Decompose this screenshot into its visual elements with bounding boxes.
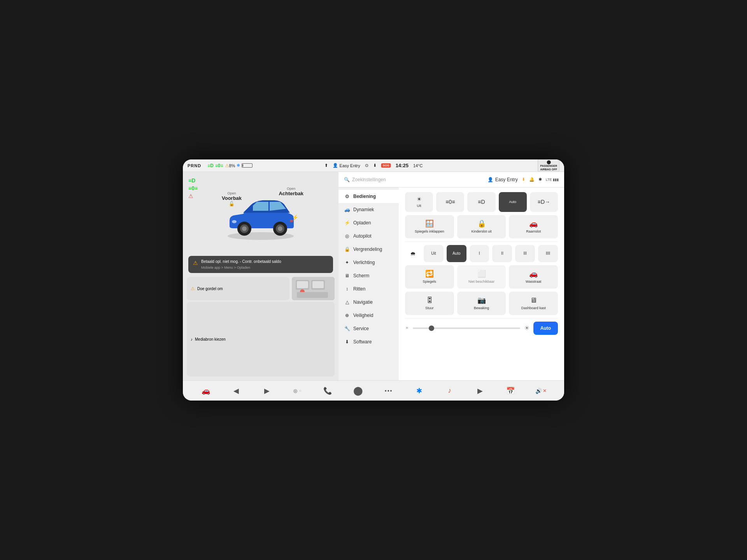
nav-item-verlichting[interactable]: ✦ Verlichting <box>338 256 399 269</box>
taskbar-forward[interactable]: ▶ <box>252 385 282 397</box>
windowlock-icon: 🚗 <box>529 219 538 228</box>
nav-item-veiligheid[interactable]: ⊕ Veiligheid <box>338 309 399 322</box>
taskbar-phone[interactable]: 📞 <box>312 385 343 397</box>
search-area[interactable]: 🔍 Zoekinstellingen <box>344 177 386 182</box>
media-sub-icons: ◎ ○ <box>293 388 301 394</box>
bewaking-btn[interactable]: 📷 Bewaking <box>457 292 506 315</box>
taskbar-calendar[interactable]: 📅 <box>495 385 526 397</box>
bewaking-label: Bewaking <box>474 306 489 310</box>
easy-entry-label: Easy Entry <box>340 163 360 168</box>
light-auto-btn[interactable]: Auto <box>499 192 527 212</box>
nav-item-ritten[interactable]: ↕ Ritten <box>338 282 399 296</box>
nav-item-bediening[interactable]: ⊙ Bediening <box>338 190 399 203</box>
nav-label-service: Service <box>353 326 369 331</box>
svg-rect-14 <box>312 281 324 288</box>
left-panel: ≡D ≡0≡ ⚠ Open Voorbak 🔓 Open Achterbak <box>183 172 338 380</box>
svg-rect-15 <box>297 292 328 298</box>
battery-fill <box>242 164 243 167</box>
taskbar-volume[interactable]: 🔊 ✕ <box>526 386 556 396</box>
taskbar-music[interactable]: ♪ <box>435 385 465 396</box>
wiper-1-btn[interactable]: I <box>470 245 489 262</box>
person-header-icon: 👤 <box>487 177 493 182</box>
wasstraat-btn[interactable]: 🚗 Wasstraat <box>509 265 558 289</box>
light-off-label: Uit <box>417 204 421 208</box>
drl-icon: ≡D <box>478 199 485 205</box>
airbag-label: PASSENGERAIRBAG OFF <box>540 164 557 171</box>
wiper-4-btn[interactable]: IIII <box>538 245 558 262</box>
wiper-auto-label: Auto <box>452 251 461 256</box>
childlock-btn[interactable]: 🔒 Kinderslot uit <box>457 215 506 238</box>
stuur-btn[interactable]: 🎛 Stuur <box>405 292 454 315</box>
nav-item-autopilot[interactable]: ◎ Autopilot <box>338 229 399 243</box>
seatbelt-warning: ⚠ Doe gordel om <box>187 277 289 300</box>
circle-empty-icon: ○ <box>299 388 301 393</box>
taskbar-camera[interactable]: ⬤ <box>343 384 374 397</box>
voorbak-label-container: Open Voorbak 🔓 <box>222 191 242 206</box>
bottom-left-area: ⚠ Doe gordel om <box>187 277 335 300</box>
left-indicator2: ≡0≡ <box>215 163 223 168</box>
wasstraat-label: Wasstraat <box>526 280 541 284</box>
nav-item-opladen[interactable]: ⚡ Opladen <box>338 216 399 229</box>
mirrors-btn[interactable]: 🪟 Spiegels inklappen <box>405 215 454 238</box>
search-placeholder: Zoekinstellingen <box>352 177 386 182</box>
light-off-btn[interactable]: ☀ Uit <box>405 192 433 212</box>
nav-item-vergrendeling[interactable]: 🔒 Vergrendeling <box>338 243 399 256</box>
wiper-off-btn[interactable]: Uit <box>424 245 444 262</box>
nav-item-service[interactable]: 🔧 Service <box>338 322 399 335</box>
unavailable-label: Niet beschikbaar <box>468 280 494 284</box>
battery-percent: 8% <box>229 163 235 168</box>
left-indicator: ≡D <box>207 163 214 168</box>
light-extra-btn[interactable]: ≡D→ <box>530 192 558 212</box>
warning-content: Betaald opl. niet mog. - Contr. onbetaal… <box>201 259 281 270</box>
play-taskbar-icon: ▶ <box>477 387 483 395</box>
wiper-row: 🌧 Uit Auto I II <box>405 245 558 262</box>
taskbar-more[interactable]: ••• <box>374 386 404 396</box>
svg-point-8 <box>232 220 237 223</box>
auto-brightness-btn[interactable]: Auto <box>533 322 558 335</box>
light-fog-btn[interactable]: ≡0≡ <box>436 192 464 212</box>
seatbelt-text: Doe gordel om <box>197 287 223 291</box>
taskbar-play[interactable]: ▶ <box>465 385 495 397</box>
dashboard-kast-btn[interactable]: 🖥 Dashboard kast <box>509 292 558 315</box>
taskbar-media-controls: ◎ ○ <box>282 387 312 395</box>
nav-item-scherm[interactable]: 🖥 Scherm <box>338 269 399 282</box>
back-icon: ◀ <box>233 387 239 395</box>
light-drl-btn[interactable]: ≡D <box>467 192 495 212</box>
taskbar-bluetooth[interactable]: ✱ <box>404 385 434 397</box>
nav-item-navigatie[interactable]: △ Navigatie <box>338 296 399 309</box>
clock: 14:25 <box>396 163 409 168</box>
mirrors-label: Spiegels inklappen <box>415 229 444 234</box>
wiper-3-btn[interactable]: III <box>515 245 535 262</box>
unavailable-icon: ⬜ <box>477 270 486 278</box>
main-content: ≡D ≡0≡ ⚠ Open Voorbak 🔓 Open Achterbak <box>183 172 564 380</box>
stuur-icon: 🎛 <box>426 296 433 304</box>
wiper-auto-btn[interactable]: Auto <box>447 245 466 262</box>
voorbak-text: Voorbak <box>222 195 242 201</box>
taskbar-car[interactable]: 🚗 <box>191 385 221 397</box>
spiegels-icon: 🔁 <box>425 270 434 278</box>
nav-item-software[interactable]: ⬇ Software <box>338 335 399 348</box>
brightness-slider[interactable] <box>413 327 520 329</box>
feature-row: 🔁 Spiegels ⬜ Niet beschikbaar 🚗 Wasstraa… <box>405 265 558 289</box>
spiegels-btn[interactable]: 🔁 Spiegels <box>405 265 454 289</box>
svg-point-3 <box>242 226 247 231</box>
status-center: ⬆ 👤 Easy Entry ⊙ ⬇ SOS 14:25 14°C <box>324 163 423 168</box>
right-panel: 🔍 Zoekinstellingen 👤 Easy Entry ⬇ 🔔 ✱ LT… <box>338 172 564 380</box>
childlock-icon: 🔒 <box>477 219 486 228</box>
nav-label-ritten: Ritten <box>353 286 365 292</box>
nav-label-vergrendeling: Vergrendeling <box>353 247 382 252</box>
light-extra-icon: ≡D→ <box>538 199 550 205</box>
lte-icon: LTE ▮▮▮ <box>546 178 559 182</box>
navigatie-icon: △ <box>344 299 350 305</box>
wiper-2-btn[interactable]: II <box>492 245 512 262</box>
nav-item-dynamiek[interactable]: 🚙 Dynamiek <box>338 203 399 216</box>
media-source-bar[interactable]: ♪ Mediabron kiezen <box>187 302 335 376</box>
phone-icon: 📞 <box>323 387 332 395</box>
windowlock-btn[interactable]: 🚗 Raamslot <box>509 215 558 238</box>
airbag-badge: ⬤ PASSENGERAIRBAG OFF <box>538 159 559 172</box>
scherm-icon: 🖥 <box>344 273 350 279</box>
dashboard-kast-label: Dashboard kast <box>521 306 546 310</box>
settings-body: ⊙ Bediening 🚙 Dynamiek ⚡ Opladen ◎ <box>338 187 564 380</box>
taskbar-back[interactable]: ◀ <box>221 385 251 397</box>
settings-header: 🔍 Zoekinstellingen 👤 Easy Entry ⬇ 🔔 ✱ LT… <box>338 172 564 187</box>
